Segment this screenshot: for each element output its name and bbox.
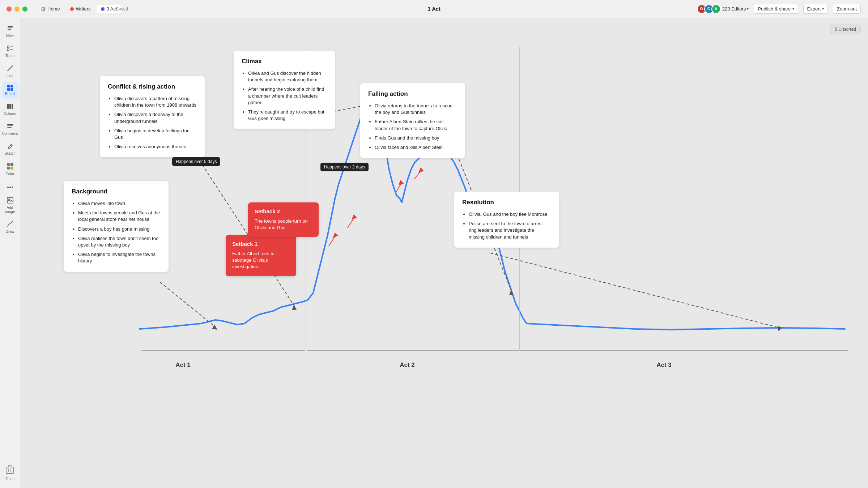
board-icon	[7, 85, 13, 91]
svg-line-50	[414, 170, 422, 179]
maximize-button[interactable]	[22, 7, 27, 12]
avatar-3: A	[711, 4, 721, 14]
sidebar-item-add-image[interactable]: Add image	[2, 194, 18, 217]
avatar-group: O G A	[697, 4, 721, 14]
column-label: Column	[4, 112, 16, 116]
svg-rect-8	[7, 104, 9, 109]
background-item-3: Discovers a boy has gone missing	[78, 226, 161, 232]
more-icon	[7, 183, 13, 190]
export-chevron: ▾	[822, 7, 824, 11]
sidebar-item-comment[interactable]: Comment	[2, 120, 18, 138]
svg-rect-24	[6, 467, 13, 474]
sketch-icon	[7, 143, 13, 150]
toolbar-right: O G A 223 Editors ▾ Publish & share ▾ Ex…	[697, 4, 868, 14]
svg-line-29	[160, 282, 216, 327]
svg-rect-12	[7, 125, 13, 126]
svg-marker-36	[509, 290, 514, 295]
resolution-item-2: Police are sent to the town to arrest ri…	[469, 221, 551, 240]
tab-home[interactable]: ⊞ Home	[37, 5, 64, 13]
svg-rect-26	[8, 466, 11, 467]
svg-rect-9	[9, 104, 11, 109]
resolution-item-1: Olivia, Gus and the boy flee Montrose	[469, 211, 551, 218]
sidebar-item-sketch[interactable]: Sketch	[2, 140, 18, 158]
climax-list: Olivia and Gus discover the hidden tunne…	[242, 70, 327, 122]
publish-share-button[interactable]: Publish & share ▾	[754, 4, 798, 14]
sidebar-item-todo[interactable]: To-do	[2, 42, 18, 61]
conflict-title: Conflict & rising action	[108, 83, 197, 90]
climax-title: Climax	[242, 58, 327, 65]
draw-icon	[7, 221, 13, 228]
editors-area[interactable]: O G A 223 Editors ▾	[697, 4, 749, 14]
svg-rect-13	[7, 127, 12, 128]
setback2-card: Setback 2 The towns people turn on Olivi…	[248, 202, 319, 237]
svg-marker-47	[352, 214, 357, 220]
background-item-1: Olivia moves into town	[78, 200, 161, 207]
act1-label: Act 1	[147, 361, 219, 369]
sidebar-item-board[interactable]: Board	[2, 82, 18, 99]
todo-icon	[7, 45, 13, 53]
add-image-label: Add image	[4, 206, 16, 214]
svg-marker-38	[778, 326, 782, 331]
sidebar-item-column[interactable]: Column	[2, 100, 18, 119]
resolution-title: Resolution	[462, 199, 551, 206]
background-item-2: Meets the towns people and Gus at the lo…	[78, 210, 161, 223]
unsorted-badge[interactable]: 0 Unsorted	[830, 25, 861, 34]
column-icon	[7, 103, 13, 111]
svg-rect-5	[7, 49, 9, 51]
saved-status: Saved	[116, 7, 128, 12]
act3-label: Act 3	[628, 361, 700, 369]
tab-writers[interactable]: Writers	[66, 5, 95, 13]
conflict-item-1: Olivia discovers a pattern of missing ch…	[114, 95, 197, 108]
svg-marker-51	[418, 167, 424, 173]
sidebar-item-note[interactable]: Note	[2, 22, 18, 41]
svg-rect-18	[10, 167, 13, 170]
trash-label: Trash	[5, 477, 14, 481]
svg-point-19	[7, 187, 9, 188]
tooltip-2days: Happens over 2 days	[320, 163, 369, 171]
export-button[interactable]: Export ▾	[803, 4, 828, 14]
setback1-card: Setback 1 Father Albert tries to sabotag…	[226, 235, 296, 276]
svg-rect-22	[7, 197, 13, 203]
minimize-button[interactable]	[14, 7, 20, 12]
tab-area: ⊞ Home Writers 3 Act	[37, 5, 122, 13]
svg-rect-0	[8, 26, 13, 27]
note-icon	[7, 25, 13, 33]
svg-rect-15	[7, 163, 10, 166]
falling-action-item-3: Finds Gus and the missing boy	[375, 135, 457, 141]
line-icon	[7, 65, 13, 73]
conflict-item-3: Olivia begins to develop feelings for Gu…	[114, 128, 197, 141]
falling-action-item-1: Olivia returns to the tunnels to rescue …	[375, 103, 457, 116]
background-item-5: Olivia begins to investigate the towns h…	[78, 251, 161, 264]
climax-card: Climax Olivia and Gus discover the hidde…	[234, 51, 335, 129]
sidebar-item-draw[interactable]: Draw	[2, 218, 18, 236]
sidebar-item-line[interactable]: Line	[2, 62, 18, 81]
setback1-text: Father Albert tries to sabotage Olivia's…	[232, 251, 290, 270]
climax-item-1: Olivia and Gus discover the hidden tunne…	[248, 70, 327, 83]
sidebar-item-color[interactable]: Color	[2, 160, 18, 179]
publish-chevron: ▾	[792, 7, 794, 11]
svg-line-48	[396, 183, 402, 192]
sidebar-item-more[interactable]	[2, 180, 18, 193]
color-icon	[7, 163, 14, 171]
svg-point-21	[12, 187, 13, 188]
falling-action-item-4: Olivia faces and kills Albert Stein	[375, 144, 457, 151]
sketch-label: Sketch	[4, 151, 16, 155]
editors-chevron: ▾	[747, 7, 749, 11]
conflict-item-4: Olivia receives anonymous threats	[114, 144, 197, 150]
background-title: Background	[72, 188, 161, 195]
conflict-list: Olivia discovers a pattern of missing ch…	[108, 95, 197, 150]
svg-line-14	[10, 145, 12, 146]
falling-action-list: Olivia returns to the tunnels to rescue …	[368, 103, 457, 151]
svg-rect-16	[10, 163, 13, 166]
add-image-icon	[7, 197, 13, 205]
svg-marker-49	[399, 180, 404, 185]
main-canvas: 0 Unsorted	[20, 18, 868, 488]
background-item-4: Olivia realises the town don't seem too …	[78, 235, 161, 248]
document-title: 3 Act	[427, 6, 441, 12]
trash-area[interactable]: Trash	[3, 462, 17, 484]
close-button[interactable]	[7, 7, 12, 12]
zoom-out-button[interactable]: Zoom out	[833, 4, 861, 14]
window-controls	[0, 7, 34, 12]
editors-button[interactable]: 223 Editors ▾	[722, 6, 749, 12]
resolution-list: Olivia, Gus and the boy flee Montrose Po…	[462, 211, 551, 240]
